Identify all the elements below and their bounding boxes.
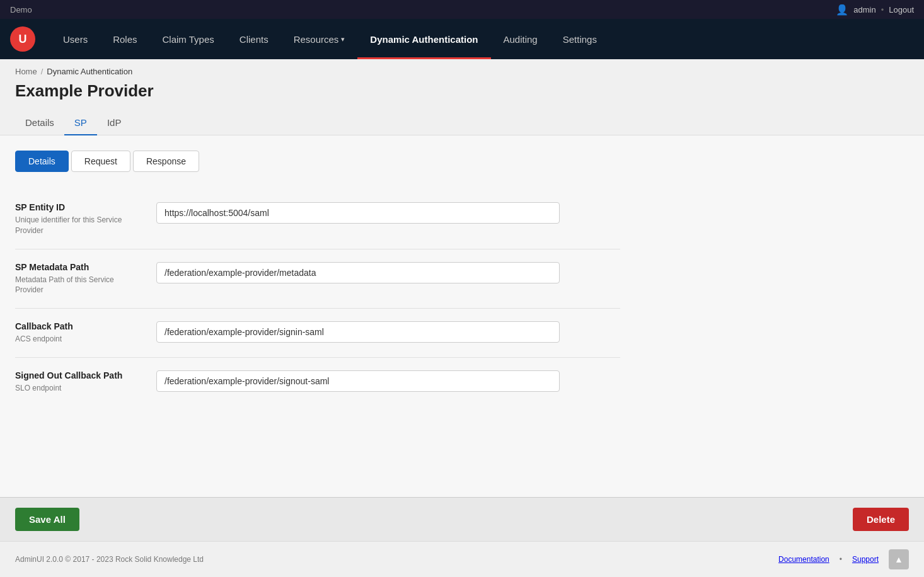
- form-input-col-sp-metadata: [156, 262, 620, 283]
- sp-metadata-desc: Metadata Path of this Service Provider: [15, 275, 141, 296]
- form-input-col-signout: [156, 370, 620, 392]
- footer-bar: Save All Delete: [0, 497, 924, 541]
- signout-callback-label: Signed Out Callback Path: [15, 370, 141, 380]
- main-content: Details Request Response SP Entity ID Un…: [0, 135, 924, 497]
- form-label-col-signout: Signed Out Callback Path SLO endpoint: [15, 370, 141, 394]
- callback-path-input[interactable]: [156, 321, 560, 343]
- signout-callback-path-input[interactable]: [156, 370, 560, 392]
- form-section: SP Entity ID Unique identifier for this …: [15, 190, 620, 406]
- admin-label: admin: [853, 5, 875, 14]
- form-label-col-sp-metadata: SP Metadata Path Metadata Path of this S…: [15, 262, 141, 296]
- sp-metadata-path-input[interactable]: [156, 262, 560, 283]
- form-row-sp-entity-id: SP Entity ID Unique identifier for this …: [15, 190, 620, 249]
- tab-sp[interactable]: SP: [64, 111, 97, 135]
- footer-right-area: Documentation • Support ▲: [778, 549, 909, 569]
- logo: U: [10, 26, 35, 52]
- breadcrumb-current: Dynamic Authentication: [47, 67, 132, 76]
- top-bar: Demo 👤 admin • Logout: [0, 0, 924, 19]
- callback-path-desc: ACS endpoint: [15, 334, 141, 345]
- support-link[interactable]: Support: [852, 555, 879, 564]
- nav-users[interactable]: Users: [50, 19, 100, 59]
- save-all-button[interactable]: Save All: [15, 508, 79, 531]
- sp-entity-id-label: SP Entity ID: [15, 202, 141, 212]
- resources-dropdown-icon: ▾: [341, 35, 345, 43]
- sp-entity-id-desc: Unique identifier for this Service Provi…: [15, 215, 141, 236]
- form-label-col-callback: Callback Path ACS endpoint: [15, 321, 141, 345]
- nav-clients[interactable]: Clients: [227, 19, 281, 59]
- page-title: Example Provider: [15, 81, 909, 101]
- tab-idp[interactable]: IdP: [97, 111, 132, 135]
- breadcrumb-sep: /: [41, 67, 43, 76]
- form-input-col-sp-entity-id: [156, 202, 620, 224]
- page-footer: AdminUI 2.0.0 © 2017 - 2023 Rock Solid K…: [0, 541, 924, 577]
- sub-tab-details[interactable]: Details: [15, 151, 69, 172]
- page-title-area: Example Provider: [0, 76, 924, 111]
- signout-callback-desc: SLO endpoint: [15, 383, 141, 394]
- footer-dot-sep: •: [840, 555, 842, 564]
- nav-items: Users Roles Claim Types Clients Resource…: [50, 19, 914, 59]
- sub-tab-response[interactable]: Response: [133, 151, 199, 172]
- breadcrumb: Home / Dynamic Authentication: [15, 67, 909, 76]
- form-input-col-callback: [156, 321, 620, 343]
- documentation-link[interactable]: Documentation: [778, 555, 829, 564]
- nav-auditing[interactable]: Auditing: [491, 19, 550, 59]
- sub-tab-request[interactable]: Request: [71, 151, 130, 172]
- sp-metadata-label: SP Metadata Path: [15, 262, 141, 272]
- nav-settings[interactable]: Settings: [550, 19, 609, 59]
- form-row-signout-callback: Signed Out Callback Path SLO endpoint: [15, 358, 620, 406]
- sp-entity-id-input[interactable]: [156, 202, 560, 224]
- sub-tab-bar: Details Request Response: [15, 151, 909, 172]
- delete-button[interactable]: Delete: [853, 508, 909, 531]
- form-label-col-sp-entity-id: SP Entity ID Unique identifier for this …: [15, 202, 141, 236]
- nav-resources[interactable]: Resources ▾: [281, 19, 358, 59]
- nav-claim-types[interactable]: Claim Types: [150, 19, 227, 59]
- copyright-text: AdminUI 2.0.0 © 2017 - 2023 Rock Solid K…: [15, 555, 204, 564]
- tab-bar: Details SP IdP: [0, 111, 924, 135]
- breadcrumb-area: Home / Dynamic Authentication: [0, 59, 924, 76]
- nav-dynamic-auth[interactable]: Dynamic Authentication: [357, 19, 490, 59]
- form-row-sp-metadata-path: SP Metadata Path Metadata Path of this S…: [15, 249, 620, 309]
- tab-details[interactable]: Details: [15, 111, 64, 135]
- admin-icon: 👤: [836, 4, 848, 16]
- breadcrumb-home[interactable]: Home: [15, 67, 37, 76]
- navbar: U Users Roles Claim Types Clients Resour…: [0, 19, 924, 59]
- top-bar-right: 👤 admin • Logout: [836, 4, 914, 16]
- form-row-callback-path: Callback Path ACS endpoint: [15, 309, 620, 358]
- scroll-top-button[interactable]: ▲: [889, 549, 909, 569]
- callback-path-label: Callback Path: [15, 321, 141, 331]
- nav-roles[interactable]: Roles: [100, 19, 149, 59]
- dot-separator: •: [881, 5, 884, 14]
- demo-label: Demo: [10, 5, 32, 14]
- logout-link[interactable]: Logout: [889, 5, 914, 14]
